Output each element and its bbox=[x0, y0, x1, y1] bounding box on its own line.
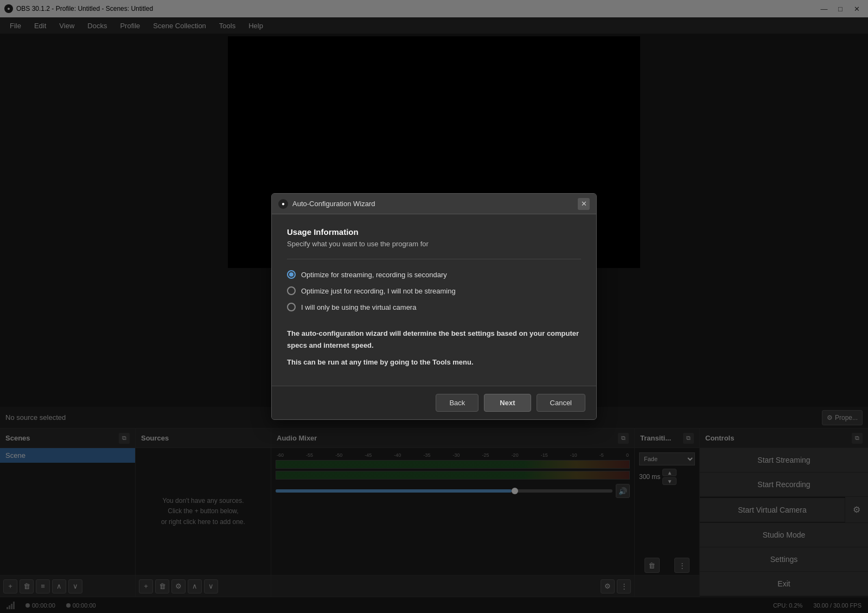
cancel-button[interactable]: Cancel bbox=[537, 394, 585, 412]
modal-section-subtitle: Specify what you want to use the program… bbox=[287, 240, 581, 248]
modal-info-text-1: The auto-configuration wizard will deter… bbox=[287, 328, 581, 352]
wizard-title-text: Auto-Configuration Wizard bbox=[292, 200, 375, 208]
modal-info-text-2: This can be run at any time by going to … bbox=[287, 356, 581, 368]
back-button[interactable]: Back bbox=[436, 394, 478, 412]
modal-title-bar: ● Auto-Configuration Wizard ✕ bbox=[272, 194, 596, 214]
radio-label-3: I will only be using the virtual camera bbox=[301, 303, 416, 311]
modal-overlay: ● Auto-Configuration Wizard ✕ Usage Info… bbox=[0, 0, 868, 613]
radio-option-virtual-camera[interactable]: I will only be using the virtual camera bbox=[287, 303, 581, 311]
modal-info-bold-2: This can be run at any time by going to … bbox=[287, 358, 474, 366]
radio-option-recording[interactable]: Optimize just for recording, I will not … bbox=[287, 286, 581, 295]
wizard-icon: ● bbox=[278, 199, 288, 209]
modal-divider bbox=[287, 259, 581, 259]
modal-info-bold-1: The auto-configuration wizard will deter… bbox=[287, 329, 579, 349]
radio-label-2: Optimize just for recording, I will not … bbox=[301, 287, 456, 295]
radio-circle-1 bbox=[287, 270, 296, 279]
auto-config-wizard-dialog: ● Auto-Configuration Wizard ✕ Usage Info… bbox=[271, 193, 597, 419]
next-button[interactable]: Next bbox=[484, 394, 531, 412]
modal-section-title: Usage Information bbox=[287, 227, 581, 237]
radio-label-1: Optimize for streaming, recording is sec… bbox=[301, 271, 447, 279]
modal-close-button[interactable]: ✕ bbox=[578, 198, 590, 210]
radio-dot-1 bbox=[289, 272, 293, 277]
modal-body: Usage Information Specify what you want … bbox=[272, 214, 596, 385]
radio-option-streaming[interactable]: Optimize for streaming, recording is sec… bbox=[287, 270, 581, 279]
modal-title: ● Auto-Configuration Wizard bbox=[278, 199, 375, 209]
modal-footer: Back Next Cancel bbox=[272, 386, 596, 419]
radio-circle-2 bbox=[287, 286, 296, 295]
radio-circle-3 bbox=[287, 303, 296, 311]
radio-group: Optimize for streaming, recording is sec… bbox=[287, 270, 581, 311]
